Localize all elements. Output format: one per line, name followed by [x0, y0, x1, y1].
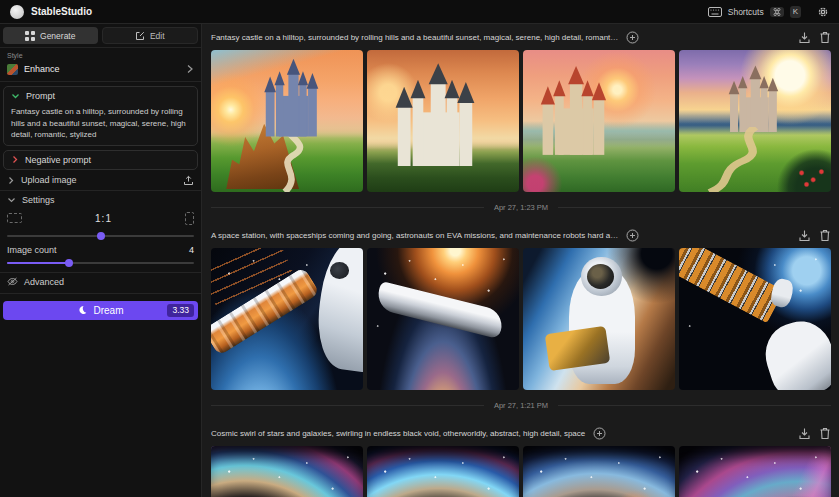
decor: Apr 27, 1:23 PM — [494, 203, 548, 212]
decor — [553, 80, 565, 96]
negative-prompt-card[interactable]: Negative prompt — [3, 150, 198, 170]
decor — [728, 81, 739, 95]
generated-image[interactable] — [367, 446, 519, 497]
decor — [798, 31, 811, 44]
generated-image[interactable] — [211, 248, 363, 390]
decor — [211, 248, 831, 390]
decor — [274, 71, 284, 85]
decor — [715, 9, 716, 10]
decor — [288, 73, 298, 137]
edit-icon — [135, 31, 145, 41]
decor — [713, 9, 714, 10]
tab-edit[interactable]: Edit — [102, 27, 199, 44]
circle-plus-icon[interactable] — [626, 229, 639, 242]
decor: Generate Edit Style Enhance Prompt Fanta… — [0, 24, 839, 497]
decor — [460, 101, 473, 166]
decor — [710, 127, 756, 192]
upload-image-row[interactable]: Upload image — [0, 171, 201, 190]
aspect-ratio-slider[interactable] — [7, 235, 194, 237]
sidebar: Generate Edit Style Enhance Prompt Fanta… — [0, 24, 202, 497]
generated-image[interactable] — [211, 50, 363, 192]
decor — [630, 35, 635, 40]
portrait-icon[interactable] — [185, 212, 194, 225]
tab-edit-label: Edit — [150, 31, 165, 41]
app-logo — [10, 5, 24, 19]
dream-cost-badge: 3.33 — [167, 304, 194, 317]
trash-icon[interactable] — [819, 229, 831, 242]
generation-date: Apr 27, 1:21 PM — [211, 390, 831, 420]
negative-prompt-label: Negative prompt — [25, 155, 91, 165]
circle-plus-icon[interactable] — [593, 427, 606, 440]
slider-handle[interactable] — [97, 232, 105, 240]
decor: Apr 27, 1:21 PM — [494, 401, 548, 410]
shortcuts-label[interactable]: Shortcuts — [728, 7, 764, 17]
decor — [739, 87, 746, 132]
decor — [749, 66, 761, 80]
prompt-header[interactable]: Prompt — [11, 91, 190, 101]
decor — [722, 64, 789, 132]
settings-row[interactable]: Settings — [0, 191, 201, 209]
decor — [8, 278, 17, 285]
row-prompt: A space station, with spaceships coming … — [211, 231, 618, 240]
decor — [211, 50, 831, 192]
decor — [367, 446, 519, 497]
generated-image[interactable] — [523, 446, 675, 497]
style-select[interactable]: Enhance — [7, 62, 194, 76]
decor — [211, 446, 831, 497]
generated-image[interactable] — [367, 248, 519, 390]
download-icon[interactable] — [798, 229, 811, 242]
decor — [7, 176, 15, 185]
generated-image[interactable] — [523, 50, 675, 192]
download-icon[interactable] — [798, 427, 811, 440]
gallery: Fantasy castle on a hilltop, surrounded … — [202, 24, 839, 497]
generated-image[interactable] — [679, 248, 831, 390]
decor — [594, 99, 605, 156]
decor: Generate Edit — [0, 24, 201, 47]
aspect-ratio-value: 1:1 — [22, 213, 185, 224]
decor — [532, 64, 620, 155]
advanced-row[interactable]: Advanced — [0, 273, 201, 291]
decor — [7, 277, 18, 286]
decor — [800, 237, 809, 240]
trash-icon[interactable] — [819, 427, 831, 440]
tab-generate[interactable]: Generate — [3, 27, 98, 44]
generated-image[interactable] — [679, 50, 831, 192]
circle-plus-icon[interactable] — [626, 31, 639, 44]
decor — [185, 182, 193, 185]
decor — [211, 207, 484, 208]
decor — [398, 106, 411, 167]
decor — [558, 405, 831, 406]
decor: Style Enhance — [0, 48, 201, 81]
decor — [819, 229, 831, 242]
decor — [429, 64, 448, 85]
decor — [626, 31, 639, 44]
settings-label: Settings — [22, 195, 194, 205]
trash-icon[interactable] — [819, 31, 831, 44]
decor — [819, 8, 826, 15]
upload-icon[interactable] — [183, 175, 194, 186]
generated-image[interactable] — [367, 50, 519, 192]
generated-image[interactable] — [523, 248, 675, 390]
chevron-right-icon — [186, 64, 194, 74]
generation-row-header: A space station, with spaceships coming … — [211, 222, 831, 248]
slider-handle[interactable] — [65, 259, 73, 267]
eye-off-icon — [7, 277, 18, 286]
decor — [523, 446, 675, 497]
decor — [822, 430, 829, 439]
decor — [211, 405, 484, 406]
decor — [431, 82, 446, 166]
slider-fill — [7, 262, 69, 264]
decor — [299, 84, 306, 137]
decor — [31, 31, 35, 35]
prompt-input[interactable]: Fantasy castle on a hilltop, surrounded … — [11, 106, 190, 141]
decor — [411, 80, 426, 99]
image-count-slider[interactable] — [7, 262, 194, 264]
decor — [800, 435, 809, 438]
dream-button[interactable]: Dream 3.33 — [3, 301, 198, 320]
landscape-icon[interactable] — [7, 213, 22, 223]
generated-image[interactable] — [679, 446, 831, 497]
download-icon[interactable] — [798, 31, 811, 44]
gear-icon[interactable] — [817, 6, 829, 18]
generated-image[interactable] — [211, 446, 363, 497]
decor — [821, 230, 830, 240]
